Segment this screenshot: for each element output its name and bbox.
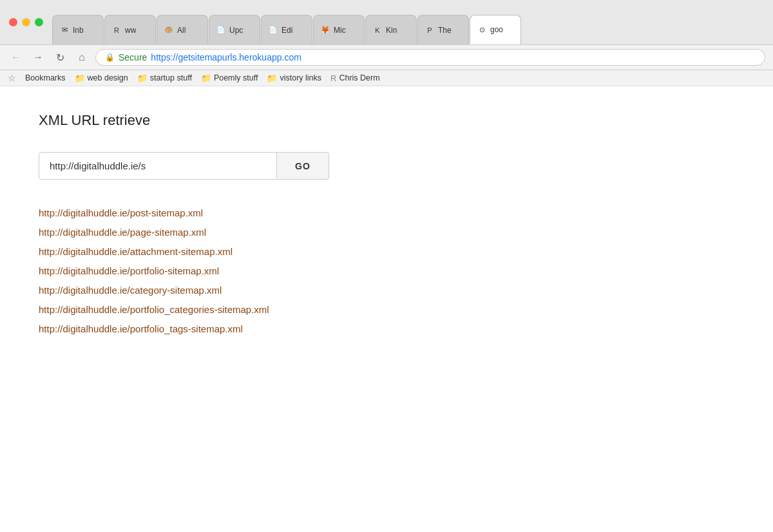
bookmark-label-web-design: web design bbox=[88, 73, 128, 82]
tab-label-goo: goo bbox=[490, 25, 503, 34]
tab-favicon-goo: ⊙ bbox=[477, 24, 487, 35]
tab-label-mic: Mic bbox=[334, 26, 346, 35]
tab-favicon-mic: 🦊 bbox=[320, 25, 330, 35]
tab-favicon-upc: 📄 bbox=[216, 25, 226, 35]
bookmark-web-design[interactable]: 📁web design bbox=[75, 73, 128, 83]
home-button[interactable]: ⌂ bbox=[73, 49, 90, 66]
bookmark-label-poemly-stuff: Poemly stuff bbox=[214, 73, 258, 82]
tab-goo[interactable]: ⊙ goo bbox=[470, 15, 521, 44]
sitemap-link-2[interactable]: http://digitalhuddle.ie/attachment-sitem… bbox=[39, 244, 734, 260]
tab-mic[interactable]: 🦊 Mic bbox=[313, 15, 365, 44]
close-button[interactable] bbox=[9, 18, 17, 26]
titlebar: ✉ Inb R ww 🐵 All 📄 Upc 📄 Edi 🦊 Mic K Kin… bbox=[0, 0, 773, 45]
sitemap-link-4[interactable]: http://digitalhuddle.ie/category-sitemap… bbox=[39, 283, 734, 298]
back-button[interactable]: ← bbox=[8, 49, 24, 66]
bookmarks-bar: ☆ Bookmarks 📁web design📁startup stuff📁Po… bbox=[0, 70, 773, 86]
tab-kin[interactable]: K Kin bbox=[365, 15, 417, 44]
sitemap-link-5[interactable]: http://digitalhuddle.ie/portfolio_catego… bbox=[39, 302, 734, 318]
addressbar-row: ← → ↻ ⌂ 🔒 Secure https://getsitemapurls.… bbox=[0, 45, 773, 70]
secure-label: Secure bbox=[119, 52, 147, 62]
tab-label-kin: Kin bbox=[386, 26, 397, 35]
bookmark-startup-stuff[interactable]: 📁startup stuff bbox=[137, 73, 192, 83]
tab-favicon-edi: 📄 bbox=[268, 25, 278, 35]
tab-the[interactable]: P The bbox=[417, 15, 469, 44]
traffic-lights bbox=[0, 18, 52, 26]
tab-all[interactable]: 🐵 All bbox=[157, 15, 208, 44]
bookmark-icon-vistory-links: 📁 bbox=[267, 73, 277, 83]
sitemap-link-3[interactable]: http://digitalhuddle.ie/portfolio-sitema… bbox=[39, 263, 734, 279]
tabs-container: ✉ Inb R ww 🐵 All 📄 Upc 📄 Edi 🦊 Mic K Kin… bbox=[52, 0, 773, 44]
sitemap-links: http://digitalhuddle.ie/post-sitemap.xml… bbox=[39, 205, 734, 337]
tab-favicon-inbox: ✉ bbox=[59, 25, 70, 35]
page-title: XML URL retrieve bbox=[39, 112, 734, 129]
tab-favicon-all: 🐵 bbox=[164, 25, 174, 35]
go-button[interactable]: GO bbox=[277, 152, 329, 180]
tab-label-all: All bbox=[177, 26, 186, 35]
tab-favicon-ww: R bbox=[111, 25, 122, 35]
bookmark-icon-web-design: 📁 bbox=[75, 73, 85, 83]
tab-label-upc: Upc bbox=[229, 26, 243, 35]
url-protocol: https:// bbox=[151, 52, 178, 62]
bookmark-poemly-stuff[interactable]: 📁Poemly stuff bbox=[201, 73, 258, 83]
minimize-button[interactable] bbox=[22, 18, 30, 26]
lock-icon: 🔒 bbox=[105, 53, 115, 62]
url-host: getsitemapurls.herokuapp.com bbox=[178, 52, 301, 62]
forward-button[interactable]: → bbox=[30, 49, 46, 66]
sitemap-link-0[interactable]: http://digitalhuddle.ie/post-sitemap.xml bbox=[39, 205, 734, 221]
bookmark-icon-startup-stuff: 📁 bbox=[137, 73, 148, 83]
tab-favicon-the: P bbox=[425, 25, 435, 35]
url-display: https://getsitemapurls.herokuapp.com bbox=[151, 52, 301, 62]
tab-edi[interactable]: 📄 Edi bbox=[261, 15, 312, 44]
sitemap-link-6[interactable]: http://digitalhuddle.ie/portfolio_tags-s… bbox=[39, 321, 734, 337]
tab-label-the: The bbox=[438, 26, 452, 35]
bookmarks-label: Bookmarks bbox=[25, 73, 66, 82]
tab-inbox[interactable]: ✉ Inb bbox=[52, 15, 104, 44]
reload-button[interactable]: ↻ bbox=[52, 49, 68, 66]
bookmark-label-vistory-links: vistory links bbox=[280, 73, 321, 82]
bookmarks-star-icon: ☆ bbox=[8, 73, 16, 83]
tab-ww[interactable]: R ww bbox=[104, 15, 156, 44]
tab-favicon-kin: K bbox=[372, 25, 383, 35]
tab-upc[interactable]: 📄 Upc bbox=[209, 15, 260, 44]
page-content: XML URL retrieve GO http://digitalhuddle… bbox=[0, 86, 773, 473]
tab-label-edi: Edi bbox=[282, 26, 292, 35]
bookmark-vistory-links[interactable]: 📁vistory links bbox=[267, 73, 321, 83]
bookmark-label-startup-stuff: startup stuff bbox=[150, 73, 192, 82]
address-bar[interactable]: 🔒 Secure https://getsitemapurls.herokuap… bbox=[95, 49, 765, 66]
form-row: GO bbox=[39, 152, 734, 180]
tab-label-ww: ww bbox=[125, 26, 136, 35]
sitemap-link-1[interactable]: http://digitalhuddle.ie/page-sitemap.xml bbox=[39, 225, 734, 240]
url-input[interactable] bbox=[39, 152, 277, 180]
bookmark-chris-derm[interactable]: RChris Derm bbox=[330, 73, 380, 83]
bookmark-label-chris-derm: Chris Derm bbox=[339, 73, 379, 82]
fullscreen-button[interactable] bbox=[35, 18, 43, 26]
bookmark-icon-chris-derm: R bbox=[330, 73, 336, 83]
bookmark-icon-poemly-stuff: 📁 bbox=[201, 73, 211, 83]
tab-label-inbox: Inb bbox=[73, 26, 84, 35]
